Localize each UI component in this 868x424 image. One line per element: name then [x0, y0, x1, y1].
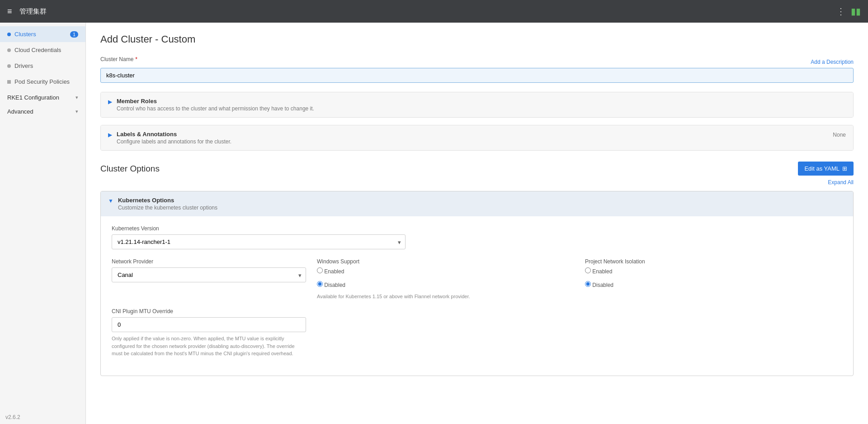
labels-triangle-icon: ▶ — [108, 132, 112, 138]
windows-support-enabled-label: Enabled — [324, 268, 344, 275]
edit-as-yaml-button[interactable]: Edit as YAML ⊞ — [798, 162, 854, 176]
sidebar-item-pod-security-policies[interactable]: Pod Security Policies — [0, 74, 85, 90]
network-options-row: Network Provider Canal Flannel Calico We… — [112, 258, 842, 308]
labels-annotations-header[interactable]: ▶ Labels & Annotations Configure labels … — [101, 125, 853, 150]
cluster-name-input[interactable] — [100, 68, 854, 83]
topbar-left: ≡ 管理集群 — [7, 7, 47, 16]
cni-mtu-input[interactable] — [112, 317, 306, 332]
member-roles-triangle-icon: ▶ — [108, 99, 112, 105]
cloud-credentials-dot-icon — [7, 48, 11, 52]
hamburger-icon[interactable]: ≡ — [7, 7, 12, 16]
windows-support-radio-group: Enabled Disabled — [317, 267, 574, 291]
pni-enabled-label: Enabled — [592, 268, 612, 275]
windows-support-label: Windows Support — [317, 258, 574, 265]
kubernetes-options-body: Kubernetes Version v1.21.14-rancher1-1 v… — [101, 216, 853, 376]
cluster-name-header: Cluster Name * Add a Description — [100, 56, 854, 65]
network-provider-wrapper: Canal Flannel Calico Weave None — [112, 267, 306, 282]
member-roles-header[interactable]: ▶ Member Roles Control who has access to… — [101, 92, 853, 117]
member-roles-desc: Control who has access to the cluster an… — [117, 105, 314, 112]
topbar-green-icon[interactable]: ▮▮ — [851, 6, 861, 17]
windows-support-enabled-option[interactable]: Enabled — [317, 267, 574, 275]
project-network-isolation-radio-group: Enabled Disabled — [585, 267, 842, 291]
network-provider-select[interactable]: Canal Flannel Calico Weave None — [112, 267, 306, 282]
sidebar-section-rke1[interactable]: RKE1 Configuration ▾ — [0, 90, 85, 104]
kubernetes-version-group: Kubernetes Version v1.21.14-rancher1-1 v… — [112, 225, 842, 249]
sidebar-item-cloud-credentials[interactable]: Cloud Credentials — [0, 42, 85, 58]
sidebar-item-clusters-label: Clusters — [14, 31, 36, 38]
drivers-dot-icon — [7, 64, 11, 68]
clusters-dot-icon — [7, 33, 11, 36]
member-roles-title: Member Roles — [117, 98, 314, 105]
pni-enabled-option[interactable]: Enabled — [585, 267, 842, 275]
member-roles-panel: ▶ Member Roles Control who has access to… — [100, 92, 854, 118]
sidebar-section-advanced[interactable]: Advanced ▾ — [0, 104, 85, 118]
pni-enabled-radio[interactable] — [585, 267, 591, 273]
labels-annotations-content: Labels & Annotations Configure labels an… — [117, 131, 231, 145]
pni-disabled-label: Disabled — [592, 282, 613, 288]
windows-support-disabled-label: Disabled — [324, 282, 345, 288]
windows-support-enabled-radio[interactable] — [317, 267, 323, 273]
cni-mtu-hint: Only applied if the value is non-zero. W… — [112, 335, 306, 357]
pod-security-square-icon — [7, 80, 11, 84]
kubernetes-version-select[interactable]: v1.21.14-rancher1-1 v1.20.15-rancher1-3 … — [112, 234, 406, 249]
advanced-section-label: Advanced — [7, 108, 33, 115]
cluster-options-header: Cluster Options Edit as YAML ⊞ — [100, 162, 854, 176]
cluster-options-title: Cluster Options — [100, 164, 160, 174]
rke1-section-label: RKE1 Configuration — [7, 94, 59, 101]
network-provider-label: Network Provider — [112, 258, 306, 265]
topbar-title: 管理集群 — [19, 7, 47, 16]
layout: Clusters 1 Cloud Credentials Drivers Pod… — [0, 23, 868, 424]
add-description-link[interactable]: Add a Description — [811, 59, 854, 65]
version-label: v2.6.2 — [5, 414, 20, 420]
k8s-header-content: Kubernetes Options Customize the kuberne… — [118, 197, 217, 211]
kubernetes-options-title: Kubernetes Options — [118, 197, 217, 204]
expand-all-link[interactable]: Expand All — [100, 179, 854, 186]
network-provider-group: Network Provider Canal Flannel Calico We… — [112, 258, 306, 282]
topbar: ≡ 管理集群 ⋮ ▮▮ — [0, 0, 868, 23]
project-network-isolation-label: Project Network Isolation — [585, 258, 842, 265]
project-network-isolation-group: Project Network Isolation Enabled Disabl… — [585, 258, 842, 291]
cni-mtu-label: CNI Plugin MTU Override — [112, 308, 842, 314]
sidebar-item-pod-security-label: Pod Security Policies — [14, 78, 70, 85]
sidebar-item-drivers[interactable]: Drivers — [0, 58, 85, 74]
kubernetes-options-panel: ▼ Kubernetes Options Customize the kuber… — [100, 191, 854, 376]
kubernetes-version-label: Kubernetes Version — [112, 225, 842, 232]
kubernetes-options-header[interactable]: ▼ Kubernetes Options Customize the kuber… — [101, 191, 853, 216]
topbar-dots-icon[interactable]: ⋮ — [836, 6, 845, 17]
labels-annotations-panel: ▶ Labels & Annotations Configure labels … — [100, 125, 854, 151]
labels-annotations-value: None — [833, 131, 846, 138]
windows-support-disabled-radio[interactable] — [317, 281, 323, 287]
edit-yaml-label: Edit as YAML — [804, 165, 840, 172]
pni-disabled-radio[interactable] — [585, 281, 591, 287]
kubernetes-options-desc: Customize the kubernetes cluster options — [118, 205, 217, 211]
windows-support-disabled-option[interactable]: Disabled — [317, 281, 574, 288]
sidebar-item-drivers-label: Drivers — [14, 62, 33, 69]
windows-support-group: Windows Support Enabled Disabled Ava — [317, 258, 574, 299]
sidebar: Clusters 1 Cloud Credentials Drivers Pod… — [0, 23, 86, 424]
member-roles-content: Member Roles Control who has access to t… — [117, 98, 314, 112]
labels-annotations-title: Labels & Annotations — [117, 131, 231, 138]
page-title: Add Cluster - Custom — [100, 33, 854, 45]
topbar-right: ⋮ ▮▮ — [836, 6, 861, 17]
pni-disabled-option[interactable]: Disabled — [585, 281, 842, 288]
k8s-triangle-icon: ▼ — [108, 198, 113, 204]
required-marker: * — [135, 56, 137, 62]
clusters-badge: 1 — [70, 31, 78, 38]
sidebar-item-cloud-credentials-label: Cloud Credentials — [14, 47, 61, 53]
main-content: Add Cluster - Custom Cluster Name * Add … — [86, 23, 868, 424]
edit-yaml-icon: ⊞ — [842, 165, 847, 172]
cni-mtu-group: CNI Plugin MTU Override Only applied if … — [112, 308, 842, 357]
rke1-chevron-icon: ▾ — [75, 95, 78, 100]
windows-support-hint: Available for Kubernetes 1.15 or above w… — [317, 294, 574, 299]
advanced-chevron-icon: ▾ — [75, 109, 78, 114]
cluster-name-label: Cluster Name * — [100, 56, 137, 62]
sidebar-item-clusters[interactable]: Clusters 1 — [0, 26, 85, 42]
kubernetes-version-wrapper: v1.21.14-rancher1-1 v1.20.15-rancher1-3 … — [112, 234, 406, 249]
labels-annotations-desc: Configure labels and annotations for the… — [117, 138, 231, 145]
cluster-name-section: Cluster Name * Add a Description — [100, 56, 854, 83]
